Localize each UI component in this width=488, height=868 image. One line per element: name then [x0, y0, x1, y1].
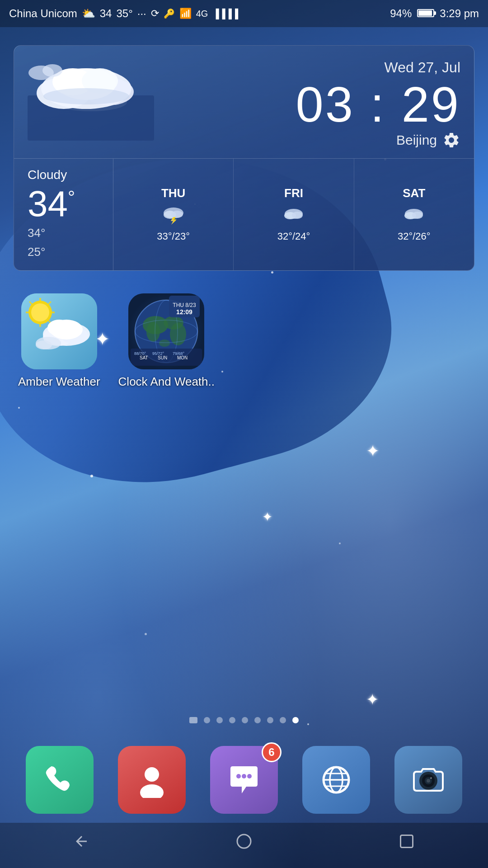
- svg-text:88/70°: 88/70°: [134, 351, 146, 356]
- forecast-days: THU 33°/23° FRI: [113, 159, 474, 270]
- widget-date: Wed 27, Jul: [154, 59, 460, 76]
- forecast-day-thu-label: THU: [161, 186, 185, 200]
- clock-weather-label: Clock And Weath..: [118, 375, 215, 389]
- amber-weather-label: Amber Weather: [18, 375, 100, 389]
- location-name: Beijing: [396, 132, 437, 148]
- svg-point-73: [430, 777, 432, 779]
- svg-point-59: [145, 767, 159, 782]
- weather-status-icon: ⛅: [82, 7, 95, 20]
- time-colon: :: [371, 76, 402, 132]
- svg-point-36: [47, 320, 71, 336]
- signal-icon: ▐▐▐▐: [212, 9, 238, 19]
- svg-point-62: [242, 774, 246, 778]
- forecast-thu: THU 33°/23°: [113, 159, 234, 270]
- status-time: 3:29 pm: [440, 7, 479, 20]
- forecast-sat: SAT 32°/26°: [354, 159, 474, 270]
- widget-top: Wed 27, Jul 03 : 29 Beijing: [14, 46, 474, 158]
- camera-app[interactable]: [394, 746, 462, 814]
- phone-app[interactable]: [26, 746, 94, 814]
- forecast-day-fri-label: FRI: [284, 186, 303, 200]
- amber-weather-icon[interactable]: [21, 293, 97, 369]
- current-temp-status: 34: [100, 7, 112, 20]
- page-dot-5: [254, 717, 261, 723]
- time-minutes: 29: [402, 76, 460, 132]
- svg-point-13: [171, 211, 183, 218]
- page-dot-6: [267, 717, 273, 723]
- svg-point-10: [42, 64, 62, 77]
- settings-gear-icon[interactable]: [442, 131, 460, 149]
- svg-point-63: [247, 774, 252, 778]
- page-dot-8: [292, 717, 299, 723]
- network-4g: 4G: [196, 9, 208, 19]
- nav-bar: [0, 823, 488, 868]
- clock-weather-app[interactable]: THU 8/23 12:09 SAT SUN MON 88/70° 95/72°…: [118, 293, 215, 389]
- page-dot-3: [229, 717, 235, 723]
- page-dot-2: [216, 717, 223, 723]
- widget-time: 03 : 29: [154, 80, 460, 129]
- current-weather: Cloudy 34° 34° 25°: [14, 159, 113, 270]
- svg-point-74: [237, 835, 251, 848]
- svg-point-45: [159, 340, 170, 347]
- widget-location[interactable]: Beijing: [154, 131, 460, 149]
- messages-app[interactable]: 6: [210, 746, 278, 814]
- contacts-app[interactable]: [118, 746, 186, 814]
- wifi-icon: 📶: [179, 8, 192, 19]
- current-condition: Cloudy: [28, 168, 99, 182]
- svg-text:SUN: SUN: [158, 355, 167, 360]
- svg-point-61: [236, 774, 241, 778]
- cloud-illustration: [28, 59, 154, 141]
- svg-text:95/72°: 95/72°: [152, 351, 164, 356]
- forecast-day-sat-label: SAT: [403, 186, 425, 200]
- svg-point-72: [427, 779, 430, 783]
- hi-temp: 34°: [28, 226, 45, 240]
- svg-rect-75: [401, 835, 413, 848]
- svg-point-24: [31, 303, 49, 321]
- forecast-thu-icon: [160, 204, 187, 226]
- back-button[interactable]: [60, 829, 103, 858]
- svg-text:79/68°: 79/68°: [173, 351, 185, 356]
- forecast-fri-temps: 32°/24°: [277, 230, 310, 243]
- forecast-fri: FRI 32°/24°: [234, 159, 354, 270]
- recent-button[interactable]: [385, 829, 428, 858]
- svg-point-18: [292, 212, 303, 219]
- widget-datetime: Wed 27, Jul 03 : 29 Beijing: [154, 59, 460, 149]
- current-temp-deg: °: [68, 187, 75, 207]
- battery-icon: [417, 7, 434, 20]
- status-right: 94% 3:29 pm: [390, 7, 479, 20]
- page-dot-1: [204, 717, 210, 723]
- svg-text:SAT: SAT: [140, 355, 148, 360]
- carrier-name: China Unicom: [9, 7, 77, 20]
- vpn-key-icon: 🔑: [164, 8, 175, 19]
- browser-app[interactable]: [302, 746, 370, 814]
- rotate-icon: ⟳: [151, 8, 159, 19]
- forecast-sat-temps: 32°/26°: [398, 230, 431, 243]
- high-temp-status: 35°: [116, 7, 132, 20]
- status-left: China Unicom ⛅ 34 35° ··· ⟳ 🔑 📶 4G ▐▐▐▐: [9, 7, 238, 20]
- page-dot-0: [189, 717, 197, 723]
- clock-weather-icon[interactable]: THU 8/23 12:09 SAT SUN MON 88/70° 95/72°…: [128, 293, 204, 369]
- svg-text:MON: MON: [177, 355, 188, 360]
- page-dots: [0, 717, 488, 723]
- widget-bottom: Cloudy 34° 34° 25° THU: [14, 158, 474, 270]
- svg-text:12:09: 12:09: [176, 308, 192, 316]
- svg-point-60: [140, 784, 164, 798]
- forecast-thu-temps: 33°/23°: [157, 230, 190, 243]
- more-dots: ···: [137, 7, 146, 20]
- time-hours: 03: [296, 76, 355, 132]
- page-dot-7: [280, 717, 286, 723]
- svg-point-21: [412, 212, 423, 219]
- current-temp-value: 34: [28, 184, 68, 224]
- lo-temp: 25°: [28, 245, 45, 259]
- amber-weather-app[interactable]: Amber Weather: [18, 293, 100, 389]
- forecast-sat-icon: [400, 204, 427, 226]
- home-button[interactable]: [222, 829, 266, 858]
- status-bar: China Unicom ⛅ 34 35° ··· ⟳ 🔑 📶 4G ▐▐▐▐ …: [0, 0, 488, 27]
- svg-text:THU 8/23: THU 8/23: [173, 302, 197, 308]
- svg-point-8: [43, 88, 129, 104]
- svg-point-42: [146, 322, 160, 342]
- page-dot-4: [242, 717, 248, 723]
- dock: 6: [0, 737, 488, 823]
- svg-point-38: [36, 340, 52, 349]
- forecast-fri-icon: [280, 204, 307, 226]
- messages-badge: 6: [262, 742, 282, 762]
